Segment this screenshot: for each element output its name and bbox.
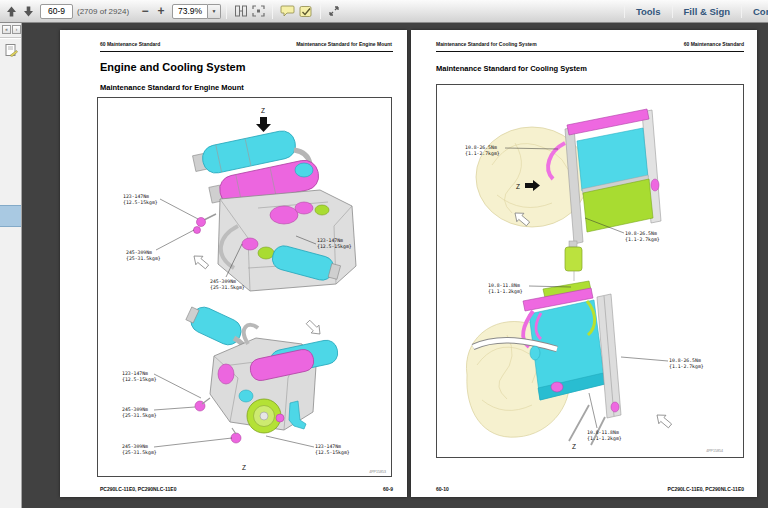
figure-id: 4PP15853	[369, 470, 386, 474]
svg-text:10.8-11.8Nm: 10.8-11.8Nm	[488, 283, 520, 288]
torque-label: 10.8-26.5Nm {1.1-2.7kgm}	[465, 145, 500, 157]
section-subtitle: Maintenance Standard for Engine Mount	[100, 83, 244, 92]
fit-page-icon	[252, 5, 265, 17]
zoom-level-input[interactable]	[172, 4, 208, 19]
svg-text:10.8-26.5Nm: 10.8-26.5Nm	[669, 358, 701, 363]
svg-text:{1.1-1.2kgm}: {1.1-1.2kgm}	[488, 289, 523, 295]
acrobat-window: (2709 of 2924) − + ▼	[0, 0, 768, 508]
cooling-system-figure-box: 10.8-26.5Nm {1.1-2.7kgm} Z 10.8-26.5Nm	[436, 84, 744, 458]
fill-sign-pane-button[interactable]: Fill & Sign	[673, 0, 741, 22]
comment-bubble-icon	[280, 5, 295, 17]
svg-text:{12.5-15kgm}: {12.5-15kgm}	[122, 377, 157, 383]
nav-pane-scrollbar-thumb[interactable]	[0, 205, 21, 227]
axis-label-z: Z	[261, 107, 265, 114]
svg-text:{25-31.5kgm}: {25-31.5kgm}	[122, 413, 157, 419]
header-rule	[100, 51, 393, 52]
torque-label: 10.8-26.5Nm {1.1-2.7kgm}	[625, 231, 660, 243]
running-header-right: 60 Maintenance Standard	[684, 41, 744, 47]
svg-text:245-309Nm: 245-309Nm	[210, 279, 236, 284]
previous-page-button[interactable]	[3, 2, 20, 20]
header-rule	[436, 51, 744, 52]
zoom-out-button[interactable]: −	[137, 2, 153, 20]
torque-label: 245-309Nm {25-31.5kgm}	[122, 407, 157, 419]
arrow-up-icon	[5, 5, 18, 18]
fullscreen-button[interactable]	[326, 2, 342, 20]
reserve-tank	[565, 247, 582, 271]
radiator-top-diagram: 10.8-26.5Nm {1.1-2.7kgm} Z 10.8-26.5Nm	[465, 109, 661, 281]
fill-sign-tool-button[interactable]	[297, 2, 315, 20]
fit-window-button[interactable]	[250, 2, 267, 20]
task-panes: Tools Fill & Sign Comment	[624, 0, 768, 22]
section-title: Maintenance Standard for Cooling System	[436, 64, 587, 73]
axis-label-z: Z	[242, 464, 246, 471]
radiator-bottom-diagram: 10.8-11.8Nm {1.1-1.2kgm} 10.8-26.5Nm {1.…	[466, 281, 723, 453]
next-page-button[interactable]	[20, 2, 37, 20]
svg-text:123-147Nm: 123-147Nm	[317, 238, 343, 243]
fullscreen-arrows-icon	[328, 5, 340, 17]
toolbar: (2709 of 2924) − + ▼	[0, 0, 768, 23]
scrolling-pages-icon	[234, 5, 248, 17]
running-header-right: Maintenance Standard for Engine Mount	[296, 41, 392, 47]
svg-text:{25-31.5kgm}: {25-31.5kgm}	[122, 450, 157, 456]
page-number-input[interactable]	[40, 4, 73, 19]
zoom-in-button[interactable]: +	[153, 2, 169, 20]
torque-label: 123-147Nm {12.5-15kgm}	[315, 444, 350, 456]
figure-id: 4PP15854	[706, 449, 723, 453]
toolbar-separator	[226, 4, 227, 19]
toolbar-separator	[272, 4, 273, 19]
engine-mount-figure-box: Z	[97, 97, 392, 477]
engine-bottom-diagram: 123-147Nm {12.5-15kgm} 245-309Nm {25-31.…	[122, 302, 386, 474]
tools-pane-button[interactable]: Tools	[625, 0, 672, 22]
footer-model: PC290LC-11E0, PC290NLC-11E0	[100, 486, 176, 492]
svg-text:123-147Nm: 123-147Nm	[122, 371, 148, 376]
comment-pane-button[interactable]: Comment	[742, 0, 768, 22]
page-count-label: (2709 of 2924)	[77, 7, 129, 16]
zoom-dropdown-button[interactable]: ▼	[208, 4, 221, 19]
cooling-system-figure: 10.8-26.5Nm {1.1-2.7kgm} Z 10.8-26.5Nm	[437, 85, 743, 457]
arrow-down-icon	[22, 5, 35, 18]
page-left: 60 Maintenance Standard Maintenance Stan…	[60, 30, 407, 497]
toolbar-separator	[320, 4, 321, 19]
svg-text:10.8-26.5Nm: 10.8-26.5Nm	[465, 145, 497, 150]
torque-label: 245-309Nm {25-31.5kgm}	[126, 250, 161, 262]
torque-label: 10.8-26.5Nm {1.1-2.7kgm}	[669, 358, 704, 370]
zoom-level-combo: ▼	[172, 4, 221, 19]
signature-panel-button[interactable]	[3, 43, 18, 58]
svg-text:10.8-11.8Nm: 10.8-11.8Nm	[587, 430, 619, 435]
footer-page-number: 60-10	[436, 486, 449, 492]
engine-mount-rear-bottom	[231, 433, 241, 443]
document-canvas[interactable]: 60 Maintenance Standard Maintenance Stan…	[22, 23, 768, 508]
svg-text:245-309Nm: 245-309Nm	[122, 444, 148, 449]
svg-text:10.8-26.5Nm: 10.8-26.5Nm	[625, 231, 657, 236]
torque-label: 10.8-11.8Nm {1.1-1.2kgm}	[488, 283, 523, 295]
torque-label: 123-147Nm {12.5-15kgm}	[123, 194, 158, 206]
svg-text:245-309Nm: 245-309Nm	[126, 250, 152, 255]
nav-divider	[0, 37, 21, 38]
svg-text:{25-31.5kgm}: {25-31.5kgm}	[210, 285, 245, 291]
footer-page-number: 60-9	[383, 486, 393, 492]
engine-mount-rear-right	[276, 414, 284, 422]
collapse-pane-button[interactable]: «	[2, 25, 11, 34]
torque-label: 123-147Nm {12.5-15kgm}	[122, 371, 157, 383]
svg-text:{12.5-15kgm}: {12.5-15kgm}	[123, 200, 158, 206]
comment-bubble-button[interactable]	[278, 2, 297, 20]
engine-mount-front-lower	[194, 227, 201, 234]
svg-text:245-309Nm: 245-309Nm	[122, 407, 148, 412]
svg-text:{1.1-2.7kgm}: {1.1-2.7kgm}	[669, 364, 704, 370]
scrolling-mode-button[interactable]	[232, 2, 250, 20]
svg-text:{1.1-2.7kgm}: {1.1-2.7kgm}	[625, 237, 660, 243]
signature-panel-icon	[4, 43, 18, 57]
front-direction-arrow-icon	[653, 411, 673, 430]
front-direction-arrow-icon	[190, 252, 210, 271]
svg-text:123-147Nm: 123-147Nm	[123, 194, 149, 199]
z-direction-arrow-icon	[256, 117, 271, 132]
running-header-left: 60 Maintenance Standard	[100, 41, 160, 47]
front-direction-arrow-icon	[304, 318, 324, 338]
navigation-pane-strip: « ›	[0, 23, 22, 508]
footer-model: PC290LC-11E0, PC290NLC-11E0	[668, 486, 744, 492]
torque-label: 245-309Nm {25-31.5kgm}	[122, 444, 157, 456]
svg-text:123-147Nm: 123-147Nm	[315, 444, 341, 449]
svg-text:{25-31.5kgm}: {25-31.5kgm}	[126, 256, 161, 262]
expand-pane-button[interactable]: ›	[12, 25, 21, 34]
axis-label-z: Z	[572, 443, 576, 450]
